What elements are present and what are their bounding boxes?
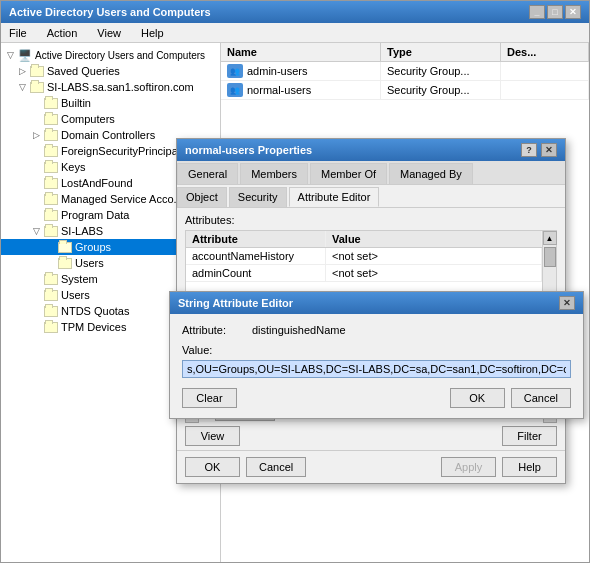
- admin-group-icon: 👥: [227, 64, 243, 78]
- tab-general[interactable]: General: [177, 163, 238, 184]
- value-label: Value:: [182, 344, 571, 356]
- groups-folder-icon: [57, 240, 73, 254]
- menu-help[interactable]: Help: [137, 26, 168, 40]
- tab-attribute-editor[interactable]: Attribute Editor: [289, 187, 380, 207]
- menu-file[interactable]: File: [5, 26, 31, 40]
- row1-name: 👥 admin-users: [221, 62, 381, 80]
- dc-expander: ▷: [29, 130, 43, 140]
- properties-title-bar: normal-users Properties ? ✕: [177, 139, 565, 161]
- tab-object[interactable]: Object: [177, 187, 227, 207]
- computers-label: Computers: [61, 113, 115, 125]
- header-name[interactable]: Name: [221, 43, 381, 61]
- attribute-value-display: distinguishedName: [252, 324, 346, 336]
- string-attr-cancel-button[interactable]: Cancel: [511, 388, 571, 408]
- attr-row-1[interactable]: accountNameHistory <not set>: [186, 248, 542, 265]
- properties-ok-button[interactable]: OK: [185, 457, 240, 477]
- properties-help-button[interactable]: Help: [502, 457, 557, 477]
- sidebar-item-saved-queries[interactable]: ▷ Saved Queries: [1, 63, 220, 79]
- saved-queries-expander: ▷: [15, 66, 29, 76]
- silabs-folder-icon: [43, 224, 59, 238]
- domain-label: SI-LABS.sa.san1.softiron.com: [47, 81, 194, 93]
- row2-type: Security Group...: [381, 81, 501, 99]
- domain-folder-icon: [29, 80, 45, 94]
- attribute-row: Attribute: distinguishedName: [182, 324, 571, 336]
- laf-folder-icon: [43, 176, 59, 190]
- filter-button[interactable]: Filter: [502, 426, 557, 446]
- system-label: System: [61, 273, 98, 285]
- dc-label: Domain Controllers: [61, 129, 155, 141]
- string-attr-close-btn[interactable]: ✕: [559, 296, 575, 310]
- tab-members[interactable]: Members: [240, 163, 308, 184]
- attr-col-header-attribute: Attribute: [186, 231, 326, 247]
- row1-type: Security Group...: [381, 62, 501, 80]
- attr-row1-name: accountNameHistory: [186, 248, 326, 264]
- main-title-bar: Active Directory Users and Computers _ □…: [1, 1, 589, 23]
- close-button[interactable]: ✕: [565, 5, 581, 19]
- string-attr-ok-button[interactable]: OK: [450, 388, 505, 408]
- tpm-label: TPM Devices: [61, 321, 126, 333]
- properties-help-btn[interactable]: ?: [521, 143, 537, 157]
- minimize-button[interactable]: _: [529, 5, 545, 19]
- string-attr-title-text: String Attribute Editor: [178, 297, 293, 309]
- domain-expander: ▽: [15, 82, 29, 92]
- string-attr-body: Attribute: distinguishedName Value: Clea…: [170, 314, 583, 418]
- ntds-label: NTDS Quotas: [61, 305, 129, 317]
- scroll-up[interactable]: ▲: [543, 231, 557, 245]
- tree-root-label: Active Directory Users and Computers: [35, 50, 205, 61]
- properties-title-text: normal-users Properties: [185, 144, 312, 156]
- keys-folder-icon: [43, 160, 59, 174]
- properties-footer: OK Cancel Apply Help: [177, 450, 565, 483]
- maximize-button[interactable]: □: [547, 5, 563, 19]
- main-window-title: Active Directory Users and Computers: [9, 6, 211, 18]
- foreign-label: ForeignSecurityPrincipa...: [61, 145, 187, 157]
- groups-label: Groups: [75, 241, 111, 253]
- row1-desc: [501, 62, 589, 80]
- builtin-label: Builtin: [61, 97, 91, 109]
- sidebar-item-domain[interactable]: ▽ SI-LABS.sa.san1.softiron.com: [1, 79, 220, 95]
- computers-folder-icon: [43, 112, 59, 126]
- ok-cancel-group: OK Cancel: [185, 457, 306, 477]
- users-sub-label: Users: [75, 257, 104, 269]
- saved-queries-label: Saved Queries: [47, 65, 120, 77]
- apply-help-group: Apply Help: [441, 457, 557, 477]
- dc-folder-icon: [43, 128, 59, 142]
- properties-tabs1: General Members Member Of Managed By: [177, 161, 565, 185]
- tree-root[interactable]: ▽ 🖥️ Active Directory Users and Computer…: [1, 47, 220, 63]
- string-attr-buttons: Clear OK Cancel: [182, 388, 571, 408]
- tab-security[interactable]: Security: [229, 187, 287, 207]
- properties-tabs2: Object Security Attribute Editor: [177, 185, 565, 208]
- keys-label: Keys: [61, 161, 85, 173]
- clear-button[interactable]: Clear: [182, 388, 237, 408]
- header-type[interactable]: Type: [381, 43, 501, 61]
- tab-member-of[interactable]: Member Of: [310, 163, 387, 184]
- view-button[interactable]: View: [185, 426, 240, 446]
- sidebar-item-builtin[interactable]: Builtin: [1, 95, 220, 111]
- list-item[interactable]: 👥 normal-users Security Group...: [221, 81, 589, 100]
- menu-action[interactable]: Action: [43, 26, 82, 40]
- pd-folder-icon: [43, 208, 59, 222]
- attr-row-2[interactable]: adminCount <not set>: [186, 265, 542, 282]
- tpm-folder-icon: [43, 320, 59, 334]
- menu-bar: File Action View Help: [1, 23, 589, 43]
- list-item[interactable]: 👥 admin-users Security Group...: [221, 62, 589, 81]
- row1-name-text: admin-users: [247, 65, 308, 77]
- scroll-thumb[interactable]: [544, 247, 556, 267]
- properties-apply-button[interactable]: Apply: [441, 457, 496, 477]
- tab-managed-by[interactable]: Managed By: [389, 163, 473, 184]
- properties-close-btn[interactable]: ✕: [541, 143, 557, 157]
- menu-view[interactable]: View: [93, 26, 125, 40]
- laf-label: LostAndFound: [61, 177, 133, 189]
- header-desc[interactable]: Des...: [501, 43, 589, 61]
- ok-cancel-buttons: OK Cancel: [450, 388, 571, 408]
- string-attr-dialog: String Attribute Editor ✕ Attribute: dis…: [169, 291, 584, 419]
- properties-cancel-button[interactable]: Cancel: [246, 457, 306, 477]
- sidebar-item-computers[interactable]: Computers: [1, 111, 220, 127]
- value-input[interactable]: [182, 360, 571, 378]
- foreign-folder-icon: [43, 144, 59, 158]
- row2-name-text: normal-users: [247, 84, 311, 96]
- view-filter-row: View Filter: [177, 422, 565, 450]
- managed-folder-icon: [43, 192, 59, 206]
- saved-queries-folder-icon: [29, 64, 45, 78]
- row2-name: 👥 normal-users: [221, 81, 381, 99]
- users-label: Users: [61, 289, 90, 301]
